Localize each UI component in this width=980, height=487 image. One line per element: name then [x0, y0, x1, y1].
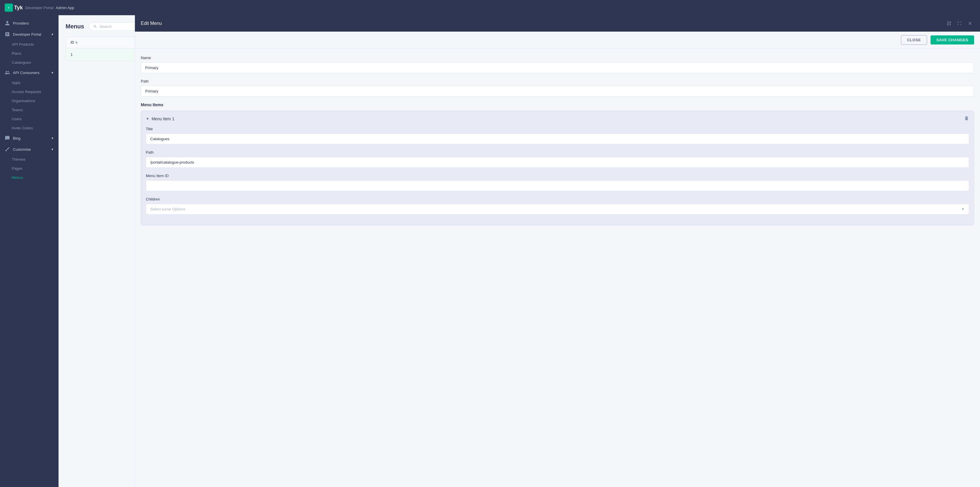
- customise-chevron: ▼: [51, 148, 54, 151]
- tyk-logo: T Tyk: [5, 3, 23, 12]
- sidebar-label-providers: Providers: [13, 21, 29, 25]
- id-sort-icon: ⇅: [75, 41, 78, 44]
- close-icon[interactable]: [966, 19, 974, 27]
- search-icon: [93, 25, 97, 29]
- sidebar-item-plans[interactable]: Plans: [0, 49, 59, 58]
- path-label: Path: [141, 79, 974, 83]
- blog-chevron: ▼: [51, 137, 54, 140]
- select-chevron-icon: ▼: [961, 207, 965, 211]
- children-group: Children Select some Options ▼: [146, 197, 969, 215]
- edit-panel-actions: CLOSE SAVE CHANGES: [135, 32, 980, 49]
- menu-item-chevron: ▼: [146, 117, 149, 121]
- menu-items-label: Menu Items: [141, 102, 974, 107]
- menu-item-title-label: Title: [146, 127, 969, 131]
- sidebar-item-providers[interactable]: Providers: [0, 18, 59, 29]
- main-content: Menus ID ⇅: [59, 15, 980, 487]
- sidebar-item-api-consumers[interactable]: API Consumers ▼: [0, 67, 59, 78]
- sidebar: Providers Developer Portal ▼ API Product…: [0, 15, 59, 487]
- topbar-brand: Tyk: [14, 5, 23, 11]
- resize-icon[interactable]: [955, 19, 964, 27]
- children-label: Children: [146, 197, 969, 201]
- tyk-icon: T: [5, 3, 13, 12]
- sidebar-item-api-products[interactable]: API Products: [0, 40, 59, 49]
- developer-portal-chevron: ▼: [51, 33, 54, 36]
- name-label: Name: [141, 56, 974, 60]
- topbar: T Tyk Developer Portal Admin App: [0, 0, 980, 15]
- sidebar-label-developer-portal: Developer Portal: [13, 32, 41, 37]
- menu-item-header: ▼ Menu Item 1: [146, 116, 969, 122]
- menu-item-title-input[interactable]: [146, 134, 969, 144]
- sidebar-item-users[interactable]: Users: [0, 115, 59, 124]
- name-input[interactable]: [141, 62, 974, 73]
- sidebar-item-apps[interactable]: Apps: [0, 78, 59, 87]
- menu-item-id-group: Menu Item ID: [146, 173, 969, 191]
- menu-item-id-label: Menu Item ID: [146, 173, 969, 178]
- menu-item-path-label: Path: [146, 150, 969, 154]
- sidebar-item-customise[interactable]: Customise ▼: [0, 144, 59, 155]
- blog-icon: [5, 135, 10, 141]
- app-layout: Providers Developer Portal ▼ API Product…: [0, 15, 980, 487]
- topbar-subtitle: Developer Portal: [25, 6, 54, 10]
- edit-panel-title: Edit Menu: [141, 21, 162, 26]
- menu-item-title: Menu Item 1: [152, 116, 175, 121]
- menu-item-toggle[interactable]: ▼ Menu Item 1: [146, 116, 175, 121]
- sidebar-item-pages[interactable]: Pages: [0, 164, 59, 173]
- sidebar-item-themes[interactable]: Themes: [0, 155, 59, 164]
- menu-item-id-input[interactable]: [146, 180, 969, 191]
- save-changes-button[interactable]: SAVE CHANGES: [931, 35, 974, 45]
- sidebar-item-menus[interactable]: Menus: [0, 173, 59, 182]
- svg-text:T: T: [8, 6, 10, 10]
- external-link-icon[interactable]: [945, 19, 953, 27]
- edit-panel-header: Edit Menu: [135, 15, 980, 32]
- topbar-logo: T Tyk Developer Portal Admin App: [5, 3, 74, 12]
- edit-panel-body: Name Path Menu Items ▼ Menu It: [135, 49, 980, 487]
- sidebar-item-access-requests[interactable]: Access Requests: [0, 87, 59, 96]
- edit-panel-controls: [945, 19, 974, 27]
- path-form-group: Path: [141, 79, 974, 97]
- menu-item-path-group: Path: [146, 150, 969, 168]
- person-icon: [5, 21, 10, 26]
- menu-item-path-input[interactable]: [146, 157, 969, 168]
- sidebar-item-invite-codes[interactable]: Invite Codes: [0, 124, 59, 132]
- group-icon: [5, 70, 10, 75]
- name-form-group: Name: [141, 56, 974, 73]
- menu-item-title-group: Title: [146, 127, 969, 144]
- page-title: Menus: [65, 23, 84, 30]
- sidebar-label-customise: Customise: [13, 147, 31, 151]
- edit-panel: Edit Menu CLOSE SAVE CHANGES: [135, 15, 980, 487]
- sidebar-label-api-consumers: API Consumers: [13, 70, 40, 75]
- sidebar-item-organisations[interactable]: Organisations: [0, 96, 59, 105]
- brush-icon: [5, 146, 10, 152]
- menu-item-card: ▼ Menu Item 1 Title: [141, 111, 974, 225]
- api-consumers-chevron: ▼: [51, 71, 54, 74]
- topbar-admin-app: Admin App: [56, 6, 74, 10]
- portal-icon: [5, 32, 10, 37]
- sidebar-item-catalogues[interactable]: Catalogues: [0, 58, 59, 67]
- path-input[interactable]: [141, 86, 974, 97]
- children-placeholder: Select some Options: [150, 207, 185, 211]
- menu-items-section: Menu Items ▼ Menu Item 1: [141, 102, 974, 225]
- sidebar-item-teams[interactable]: Teams: [0, 105, 59, 115]
- sidebar-item-developer-portal[interactable]: Developer Portal ▼: [0, 29, 59, 40]
- sidebar-label-blog: Blog: [13, 136, 21, 140]
- children-select[interactable]: Select some Options ▼: [146, 204, 969, 215]
- sidebar-item-blog[interactable]: Blog ▼: [0, 132, 59, 144]
- close-button[interactable]: CLOSE: [901, 35, 927, 45]
- delete-menu-item-icon[interactable]: [964, 116, 969, 122]
